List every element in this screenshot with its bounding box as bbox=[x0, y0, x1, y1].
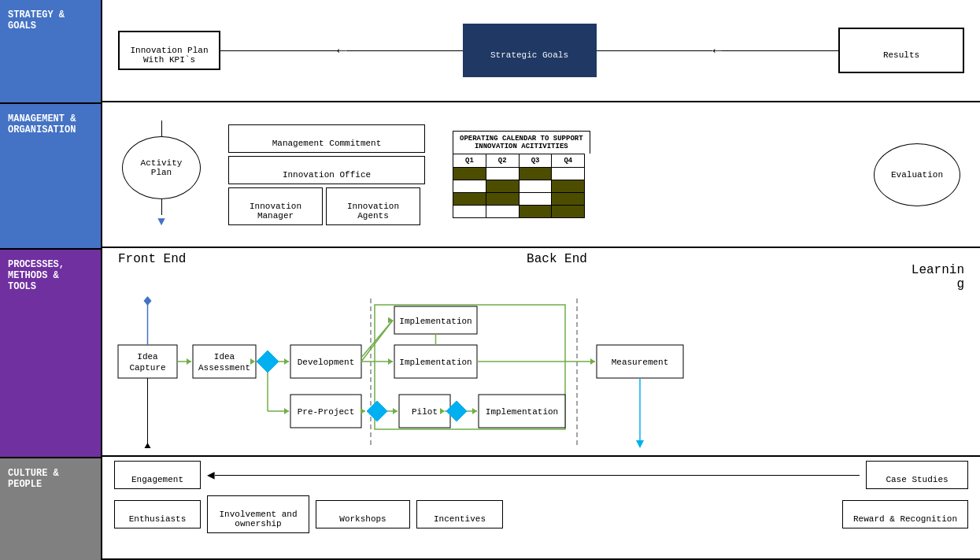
svg-marker-52 bbox=[144, 296, 152, 301]
arrow1-container: ← bbox=[220, 42, 463, 60]
svg-marker-50 bbox=[636, 440, 644, 448]
sidebar-culture-label: CULTURE & PEOPLE bbox=[8, 468, 59, 490]
incentives-text: Incentives bbox=[434, 514, 486, 524]
workshops-text: Workshops bbox=[339, 514, 386, 524]
cal-q1-header: Q1 bbox=[453, 154, 486, 168]
cal-cell bbox=[486, 193, 519, 206]
sidebar-processes: PROCESSES, METHODS & TOOLS bbox=[0, 248, 101, 457]
innovation-manager-box: Innovation Manager bbox=[228, 187, 323, 225]
innovation-agents-box: Innovation Agents bbox=[326, 187, 420, 225]
involvement-text: Involvement and ownership bbox=[219, 510, 297, 528]
cal-q4-header: Q4 bbox=[552, 154, 585, 168]
sidebar: STRATEGY & GOALS MANAGEMENT & ORGANISATI… bbox=[0, 0, 101, 560]
s2-content: Activity Plan ▼ Management Commitment In… bbox=[110, 113, 972, 237]
flow-area: IdeaCaptureIdeaAssessmentDevelopmentPre-… bbox=[102, 291, 980, 455]
culture-row2: Enthusiasts Involvement and ownership Wo… bbox=[114, 495, 968, 533]
svg-marker-54 bbox=[144, 301, 152, 306]
calendar-title: OPERATING CALENDAR TO SUPPORT INNOVATION… bbox=[453, 131, 590, 154]
innovation-office-text: Innovation Office bbox=[283, 170, 371, 180]
svg-text:Implementation: Implementation bbox=[486, 407, 558, 417]
cal-row4 bbox=[453, 206, 585, 218]
svg-marker-29 bbox=[361, 408, 365, 414]
cal-cell bbox=[453, 193, 486, 206]
cal-cell bbox=[552, 193, 585, 206]
workshops-box: Workshops bbox=[316, 500, 410, 528]
cal-cell bbox=[552, 180, 585, 193]
mgmt-commitment-text: Management Commitment bbox=[272, 139, 382, 148]
calendar-container: OPERATING CALENDAR TO SUPPORT INNOVATION… bbox=[453, 131, 590, 218]
svg-text:Measurement: Measurement bbox=[612, 358, 669, 367]
cal-row1 bbox=[453, 168, 585, 180]
innovation-agents-text: Innovation Agents bbox=[347, 202, 399, 221]
cal-cell bbox=[453, 180, 486, 193]
sidebar-management: MANAGEMENT & ORGANISATION bbox=[0, 102, 101, 248]
svg-text:Idea: Idea bbox=[214, 352, 235, 362]
svg-marker-27 bbox=[388, 358, 393, 365]
case-studies-box: Case Studies bbox=[866, 461, 968, 489]
svg-marker-15 bbox=[284, 358, 289, 365]
calendar-table: Q1 Q2 Q3 Q4 bbox=[453, 154, 585, 218]
svg-marker-18 bbox=[284, 408, 289, 414]
svg-text:Capture: Capture bbox=[129, 363, 165, 373]
svg-text:Pilot: Pilot bbox=[412, 407, 438, 417]
evaluation-container: Evaluation bbox=[874, 143, 960, 206]
svg-marker-39 bbox=[472, 408, 477, 414]
reward-text: Reward & Recognition bbox=[853, 514, 957, 524]
cal-row2 bbox=[453, 180, 585, 193]
innovation-plan-text: Innovation Plan With KPI`s bbox=[130, 46, 208, 65]
section-management: Activity Plan ▼ Management Commitment In… bbox=[102, 102, 980, 248]
engagement-text: Engagement bbox=[131, 475, 183, 484]
activity-plan-oval: Activity Plan bbox=[122, 136, 201, 199]
cal-cell bbox=[519, 206, 552, 218]
strategic-goals-box: Strategic Goals bbox=[463, 24, 597, 77]
s1-content: Innovation Plan With KPI`s ← Strategic G… bbox=[118, 24, 964, 77]
cal-cell bbox=[552, 206, 585, 218]
strategic-goals-text: Strategic Goals bbox=[490, 50, 568, 60]
svg-line-24 bbox=[361, 321, 393, 358]
cal-q3-header: Q3 bbox=[519, 154, 552, 168]
sidebar-processes-label: PROCESSES, METHODS & TOOLS bbox=[8, 259, 65, 292]
involvement-box: Involvement and ownership bbox=[207, 495, 309, 533]
arrow2-container: ← bbox=[597, 42, 839, 60]
learning-label-container: Learnin g bbox=[838, 252, 964, 291]
reward-box: Reward & Recognition bbox=[842, 500, 968, 528]
innovation-manager-text: Innovation Manager bbox=[250, 202, 301, 221]
svg-marker-13 bbox=[257, 350, 279, 373]
activity-plan-text: Activity Plan bbox=[141, 158, 183, 177]
sidebar-management-label: MANAGEMENT & ORGANISATION bbox=[8, 113, 76, 135]
cal-cell bbox=[486, 168, 519, 180]
learning-label: Learnin g bbox=[912, 263, 964, 291]
cal-cell bbox=[519, 193, 552, 206]
cal-cell bbox=[519, 180, 552, 193]
svg-marker-47 bbox=[590, 358, 595, 365]
engagement-box: Engagement bbox=[114, 461, 201, 489]
mgmt-boxes: Management Commitment Innovation Office … bbox=[228, 124, 425, 225]
frontend-label-container: Front End bbox=[118, 252, 276, 291]
cal-q2-header: Q2 bbox=[486, 154, 519, 168]
section-processes: Front End Back End Learnin g IdeaCapture… bbox=[102, 248, 980, 457]
cal-cell bbox=[552, 168, 585, 180]
svg-marker-30 bbox=[367, 401, 387, 421]
svg-marker-7 bbox=[187, 358, 191, 365]
cal-cell bbox=[519, 168, 552, 180]
svg-text:Development: Development bbox=[298, 358, 355, 367]
svg-text:Implementation: Implementation bbox=[399, 317, 472, 326]
main-container: STRATEGY & GOALS MANAGEMENT & ORGANISATI… bbox=[0, 0, 980, 560]
sidebar-culture: CULTURE & PEOPLE bbox=[0, 457, 101, 560]
calendar-title-text: OPERATING CALENDAR TO SUPPORT INNOVATION… bbox=[460, 135, 583, 150]
cal-row3 bbox=[453, 193, 585, 206]
main-content: Innovation Plan With KPI`s ← Strategic G… bbox=[101, 0, 980, 560]
sidebar-strategy: STRATEGY & GOALS bbox=[0, 0, 101, 102]
cal-cell bbox=[486, 206, 519, 218]
cal-cell bbox=[486, 180, 519, 193]
svg-text:Implementation: Implementation bbox=[399, 358, 472, 367]
svg-marker-32 bbox=[393, 408, 398, 414]
activity-plan-connector: Activity Plan ▼ bbox=[122, 121, 201, 229]
svg-text:Assessment: Assessment bbox=[198, 363, 250, 373]
evaluation-oval: Evaluation bbox=[874, 143, 960, 206]
results-text: Results bbox=[883, 50, 919, 60]
incentives-box: Incentives bbox=[416, 500, 503, 528]
results-box: Results bbox=[838, 28, 964, 73]
mgmt-commitment-box: Management Commitment bbox=[228, 124, 425, 153]
mgmt-bottom-row: Innovation Manager Innovation Agents bbox=[228, 187, 425, 225]
